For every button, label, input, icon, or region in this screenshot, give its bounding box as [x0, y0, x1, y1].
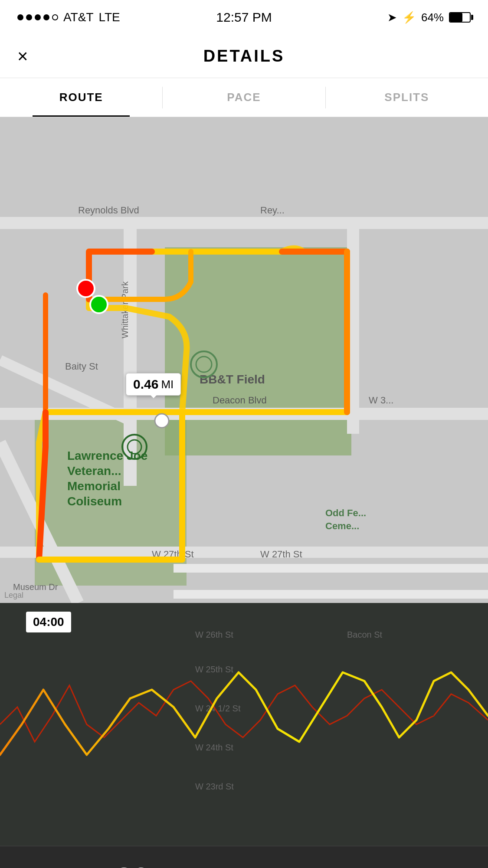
chart-area[interactable]: 04:00 W 26th St W 25th St W 24 1/2 St W …: [0, 603, 488, 846]
battery-percent: 64%: [421, 11, 444, 24]
svg-text:W 23rd St: W 23rd St: [195, 782, 234, 791]
carrier-label: AT&T: [63, 10, 93, 24]
chart-svg: W 26th St W 25th St W 24 1/2 St W 24th S…: [0, 603, 488, 846]
tab-route[interactable]: ROUTE: [0, 78, 162, 117]
page-title: DETAILS: [203, 47, 285, 66]
milestone-marker: 0.46 MI: [126, 373, 181, 396]
stats-bar: 7'26'' 144: [0, 846, 488, 868]
svg-rect-6: [0, 547, 488, 558]
svg-rect-8: [174, 590, 488, 599]
svg-text:Legal: Legal: [4, 591, 23, 599]
svg-rect-7: [174, 564, 488, 573]
milestone-unit: MI: [161, 378, 174, 391]
pace-value: 7'26'': [92, 861, 162, 868]
tab-splits[interactable]: SPLITS: [326, 78, 488, 117]
tab-pace[interactable]: PACE: [163, 78, 325, 117]
signal-dot-5: [52, 14, 58, 20]
svg-text:Veteran...: Veteran...: [67, 464, 121, 478]
svg-point-33: [77, 280, 95, 297]
svg-text:Museum Dr: Museum Dr: [13, 582, 58, 592]
time-marker: 04:00: [26, 612, 71, 632]
signal-dot-1: [17, 14, 23, 20]
heart-rate-value: 144: [346, 861, 396, 868]
svg-text:W 24th St: W 24th St: [195, 743, 233, 752]
battery-icon: [449, 12, 471, 23]
close-button[interactable]: ×: [17, 47, 28, 66]
header: × DETAILS: [0, 35, 488, 78]
map-container[interactable]: Reynolds Blvd Rey... Whittaker Park Bait…: [0, 117, 488, 603]
svg-rect-37: [0, 603, 488, 846]
status-left: AT&T LTE: [17, 10, 120, 24]
map-svg: Reynolds Blvd Rey... Whittaker Park Bait…: [0, 117, 488, 603]
svg-text:Baity St: Baity St: [65, 361, 98, 372]
bluetooth-icon: ⚡: [402, 11, 416, 24]
svg-text:Rey...: Rey...: [260, 205, 285, 216]
svg-text:BB&T Field: BB&T Field: [200, 373, 265, 386]
status-right: ➤ ⚡ 64%: [387, 11, 471, 24]
network-label: LTE: [98, 10, 120, 24]
svg-text:W 25th St: W 25th St: [195, 665, 233, 674]
status-bar: AT&T LTE 12:57 PM ➤ ⚡ 64%: [0, 0, 488, 35]
svg-text:Reynolds Blvd: Reynolds Blvd: [78, 205, 139, 216]
signal-dot-3: [35, 14, 41, 20]
svg-text:W 26th St: W 26th St: [195, 630, 233, 639]
svg-text:W 3...: W 3...: [369, 395, 393, 406]
svg-text:Lawrence Joe: Lawrence Joe: [67, 449, 147, 462]
location-icon: ➤: [387, 11, 397, 24]
svg-point-34: [90, 296, 108, 313]
svg-text:Ceme...: Ceme...: [325, 521, 359, 531]
tabs-bar: ROUTE PACE SPLITS: [0, 78, 488, 117]
svg-point-35: [155, 414, 169, 428]
battery-fill: [450, 13, 462, 22]
svg-rect-3: [0, 217, 488, 229]
svg-text:Memorial: Memorial: [67, 479, 121, 493]
svg-rect-4: [124, 217, 137, 486]
status-time: 12:57 PM: [216, 10, 272, 25]
milestone-distance: 0.46: [133, 377, 158, 392]
signal-dot-2: [26, 14, 32, 20]
svg-text:Odd Fe...: Odd Fe...: [325, 508, 366, 518]
signal-dot-4: [43, 14, 49, 20]
svg-text:W 27th St: W 27th St: [260, 549, 302, 560]
svg-text:Coliseum: Coliseum: [67, 495, 122, 508]
svg-text:W 24 1/2 St: W 24 1/2 St: [195, 704, 241, 713]
svg-text:Deacon Blvd: Deacon Blvd: [213, 395, 267, 406]
svg-text:Bacon St: Bacon St: [347, 630, 383, 639]
signal-dots: [17, 14, 58, 20]
